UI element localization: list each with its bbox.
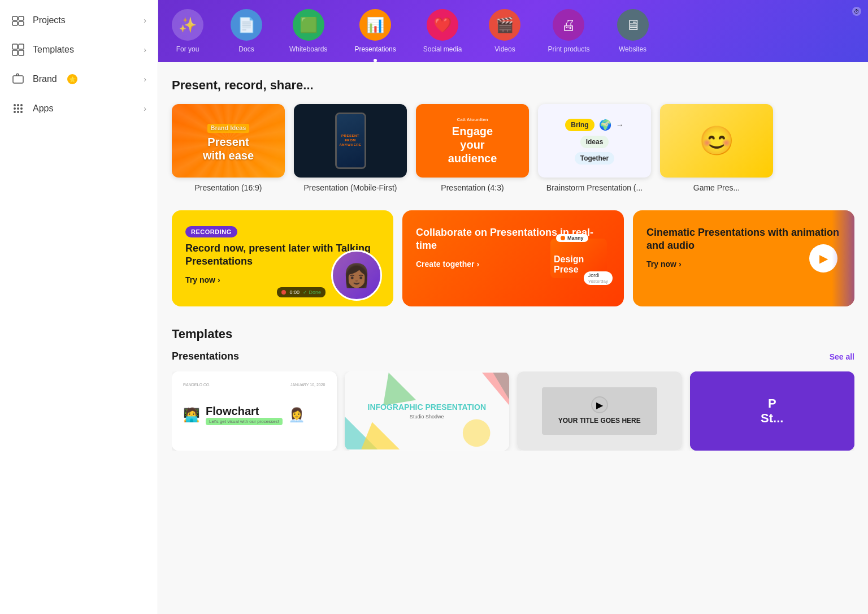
- sidebar-item-brand-label: Brand: [33, 74, 57, 84]
- svg-rect-2: [12, 21, 18, 25]
- template-card-flowchart[interactable]: RANDELO CO. JANUARY 10, 2020 🧑‍💻 Flowcha…: [172, 371, 337, 451]
- svg-point-13: [17, 107, 19, 110]
- nav-docs-label: Docs: [238, 45, 254, 53]
- banner-cinematic[interactable]: Cinematic Presentations with animation a…: [633, 210, 854, 306]
- svg-point-12: [14, 107, 16, 110]
- card-brainstorm[interactable]: Bring 🌍 → Ideas Together Brainstorm Pres…: [538, 104, 651, 192]
- template-card-purple[interactable]: PSt...: [690, 371, 855, 451]
- bubble-ideas: Ideas: [580, 136, 609, 148]
- card-16-9-label: Presentation (16:9): [194, 183, 262, 192]
- svg-rect-8: [13, 76, 23, 83]
- card-mobile-first-label: Presentation (Mobile-First): [304, 183, 397, 192]
- nav-for-you-label: For you: [176, 45, 199, 53]
- banner-collaborate[interactable]: Collaborate on Presentations in real-tim…: [402, 210, 624, 306]
- nav-presentations-label: Presentations: [354, 45, 396, 53]
- nav-social-media-label: Social media: [423, 45, 462, 53]
- bubble-together: Together: [575, 152, 614, 165]
- banner-talking[interactable]: RECORDING Record now, present later with…: [172, 210, 393, 306]
- template-thumb-title: ▶ YOUR TITLE GOES HERE: [517, 371, 682, 451]
- flowchart-person-icon: 🧑‍💻: [183, 407, 200, 423]
- nav-item-presentations[interactable]: 📊 Presentations: [341, 9, 409, 62]
- template-thumb-purple: PSt...: [690, 371, 855, 451]
- flowchart-date: JANUARY 10, 2020: [290, 383, 326, 387]
- arrow-right-icon-3: ›: [679, 260, 682, 269]
- flowchart-person2-icon: 👩‍💼: [288, 407, 305, 423]
- presentation-type-cards: Brand Ideas Present with ease Presentati…: [172, 104, 854, 192]
- svg-point-14: [20, 107, 23, 110]
- nav-websites-label: Websites: [619, 45, 646, 53]
- sidebar-item-apps-label: Apps: [33, 103, 53, 114]
- svg-rect-5: [19, 44, 24, 49]
- card-game[interactable]: 😊 Game Pres...: [660, 104, 773, 192]
- nav-videos-label: Videos: [494, 45, 515, 53]
- presentations-icon: 📊: [359, 9, 391, 41]
- svg-rect-7: [19, 50, 24, 55]
- main-content: ✨ For you 📄 Docs 🟩 Whiteboards 📊 Present…: [158, 0, 868, 614]
- presentations-subsection-title: Presentations: [172, 351, 239, 362]
- templates-section-header: Templates: [172, 327, 854, 341]
- svg-marker-21: [361, 422, 400, 449]
- feature-banners: RECORDING Record now, present later with…: [172, 210, 854, 306]
- brand-icon: [11, 72, 25, 86]
- sidebar-item-projects[interactable]: Projects ›: [0, 6, 158, 35]
- collab-preview: Manny DesignPrese JordiYesterday: [550, 239, 618, 278]
- brand-badge: ⭐: [67, 74, 77, 84]
- svg-rect-4: [12, 44, 18, 49]
- flowchart-subtitle: Let's get visual with our processes!: [206, 418, 283, 425]
- card-game-label: Game Pres...: [693, 183, 740, 192]
- title-template-text: YOUR TITLE GOES HERE: [558, 417, 641, 426]
- nav-item-for-you[interactable]: ✨ For you: [158, 9, 217, 62]
- sidebar-item-brand[interactable]: Brand ⭐ ›: [0, 64, 158, 94]
- sidebar-item-templates[interactable]: Templates ›: [0, 35, 158, 64]
- thumb-4-3: Catt Atountten Engageyouraudience ⏱: [416, 104, 529, 178]
- chevron-right-icon-2: ›: [144, 45, 146, 54]
- templates-section-title: Templates: [172, 327, 232, 341]
- nav-item-videos[interactable]: 🎬 Videos: [475, 9, 534, 62]
- manny-badge: Manny: [556, 234, 588, 242]
- thumb-16-9: Brand Ideas Present with ease: [172, 104, 285, 178]
- card-brainstorm-label: Brainstorm Presentation (...: [546, 183, 643, 192]
- websites-icon: 🖥: [617, 9, 649, 41]
- template-card-infographic[interactable]: INFOGRAPHIC PRESENTATION Studio Shodwe: [345, 371, 510, 451]
- svg-rect-0: [12, 16, 18, 20]
- svg-point-16: [17, 111, 19, 113]
- sidebar-item-templates-label: Templates: [33, 45, 74, 55]
- svg-point-23: [462, 420, 490, 447]
- videos-icon: 🎬: [489, 9, 520, 41]
- svg-point-11: [20, 104, 23, 106]
- nav-item-print-products[interactable]: 🖨 Print products: [534, 9, 603, 62]
- card-4-3[interactable]: Catt Atountten Engageyouraudience ⏱ Pres…: [416, 104, 529, 192]
- purple-template-text: PSt...: [755, 391, 789, 431]
- template-card-title[interactable]: ▶ YOUR TITLE GOES HERE: [517, 371, 682, 451]
- svg-rect-6: [12, 50, 18, 55]
- nav-item-docs[interactable]: 📄 Docs: [217, 9, 276, 62]
- template-thumb-flowchart: RANDELO CO. JANUARY 10, 2020 🧑‍💻 Flowcha…: [172, 371, 337, 451]
- card-mobile-first[interactable]: PRESENTFROMANYWHERE Presentation (Mobile…: [294, 104, 407, 192]
- content-area: Present, record, share... Brand Ideas Pr…: [158, 62, 868, 466]
- design-preview-box: Manny DesignPrese JordiYesterday: [550, 239, 607, 278]
- print-products-icon: 🖨: [553, 9, 584, 41]
- whiteboards-icon: 🟩: [293, 9, 324, 41]
- nav-item-websites[interactable]: 🖥 Websites: [604, 9, 662, 62]
- svg-marker-19: [481, 373, 509, 405]
- templates-icon: [11, 43, 25, 57]
- nav-item-whiteboards[interactable]: 🟩 Whiteboards: [276, 9, 341, 62]
- nav-item-social-media[interactable]: ❤️ Social media: [410, 9, 476, 62]
- social-media-icon: ❤️: [427, 9, 458, 41]
- design-preview-text: DesignPrese: [554, 254, 584, 275]
- card-16-9[interactable]: Brand Ideas Present with ease Presentati…: [172, 104, 285, 192]
- jordi-badge: JordiYesterday: [584, 271, 613, 285]
- flowchart-company: RANDELO CO.: [183, 383, 210, 387]
- banner-cinematic-title: Cinematic Presentations with animation a…: [646, 226, 841, 253]
- for-you-icon: ✨: [172, 9, 203, 41]
- sidebar: Projects › Templates ›: [0, 0, 158, 614]
- svg-marker-22: [383, 373, 416, 405]
- nav-print-products-label: Print products: [548, 45, 589, 53]
- infographic-center-text: INFOGRAPHIC PRESENTATION Studio Shodwe: [368, 403, 487, 420]
- flowchart-title: Flowchart: [206, 405, 283, 418]
- see-all-button[interactable]: See all: [830, 352, 854, 361]
- recording-badge: RECORDING: [185, 226, 237, 237]
- sidebar-item-apps[interactable]: Apps ›: [0, 94, 158, 123]
- apps-icon: [11, 102, 25, 115]
- recording-controls: 0:00 ✓ Done: [277, 287, 326, 297]
